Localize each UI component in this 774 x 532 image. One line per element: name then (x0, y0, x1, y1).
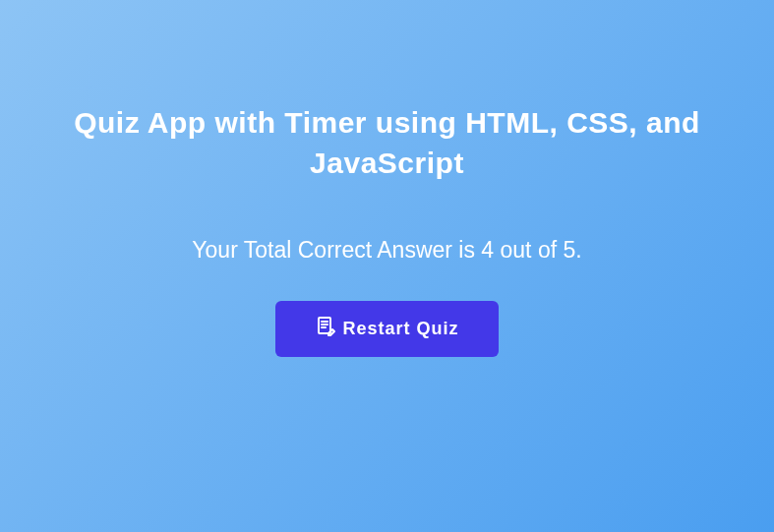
restart-button-label: Restart Quiz (342, 319, 458, 339)
page-title: Quiz App with Timer using HTML, CSS, and… (43, 103, 732, 183)
restart-button[interactable]: Restart Quiz (275, 301, 498, 357)
result-text: Your Total Correct Answer is 4 out of 5. (192, 237, 581, 264)
document-edit-icon (315, 315, 338, 343)
